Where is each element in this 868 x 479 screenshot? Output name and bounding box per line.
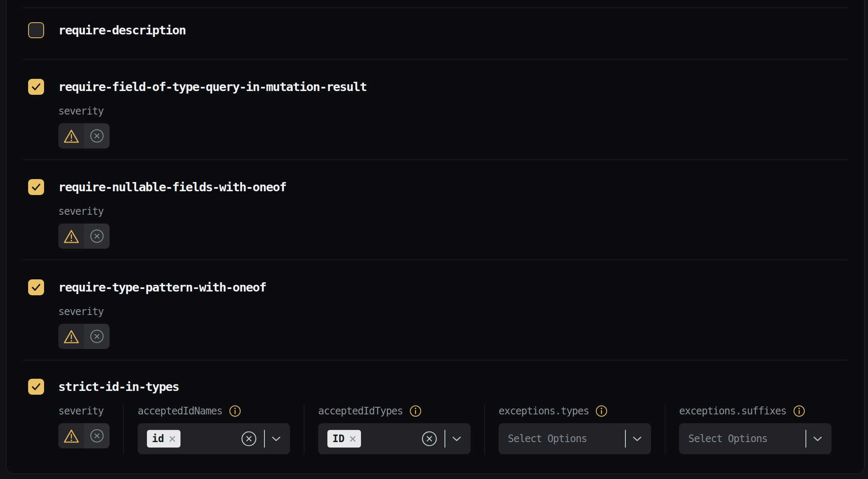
acceptedIdNames-multiselect[interactable]: id — [138, 423, 290, 454]
rule-checkbox-unchecked[interactable] — [28, 22, 44, 38]
rule-title: require-type-pattern-with-oneof — [58, 280, 266, 294]
exceptions-suffixes-label: exceptions.suffixes — [679, 405, 787, 417]
select-placeholder: Select Options — [508, 433, 618, 445]
rule-checkbox-checked[interactable] — [28, 179, 44, 195]
warning-triangle-icon — [63, 229, 80, 244]
rule-row-require-field-of-type-query-in-mutation-result: require-field-of-type-query-in-mutation-… — [23, 59, 847, 159]
acceptedIdTypes-label: acceptedIdTypes — [318, 405, 403, 417]
select-separator — [625, 430, 626, 448]
severity-option: severity — [58, 205, 847, 249]
severity-warn-button[interactable] — [58, 324, 84, 349]
checkmark-icon — [31, 383, 41, 391]
chevron-down-icon[interactable] — [452, 436, 461, 442]
chevron-down-icon[interactable] — [633, 436, 642, 442]
warning-triangle-icon — [63, 128, 80, 144]
tag-label: id — [152, 433, 164, 445]
circle-x-icon — [89, 329, 105, 344]
selected-tag: id — [147, 430, 180, 448]
rule-row-require-nullable-fields-with-oneof: require-nullable-fields-with-oneof sever… — [23, 159, 847, 260]
severity-toggle-group — [58, 123, 110, 148]
select-separator — [264, 430, 265, 448]
clear-selection-icon[interactable] — [421, 430, 438, 447]
rules-config-panel: require-description require-field-of-typ… — [6, 0, 865, 474]
rule-title: strict-id-in-types — [58, 380, 179, 394]
severity-option: severity — [58, 405, 110, 454]
severity-off-button[interactable] — [84, 123, 110, 148]
info-circle-icon[interactable] — [793, 405, 805, 417]
warning-triangle-icon — [63, 329, 80, 344]
rule-title: require-nullable-fields-with-oneof — [58, 180, 286, 194]
exceptions-suffixes-option: exceptions.suffixes Select Options — [679, 405, 831, 454]
rule-checkbox-checked[interactable] — [28, 79, 44, 95]
severity-off-button[interactable] — [84, 324, 110, 349]
checkmark-icon — [31, 183, 41, 191]
acceptedIdTypes-option: acceptedIdTypes ID — [318, 405, 471, 454]
column-divider — [665, 405, 665, 454]
rule-row-strict-id-in-types: strict-id-in-types severity — [23, 360, 847, 471]
severity-warn-button[interactable] — [58, 423, 84, 448]
severity-toggle-group — [58, 324, 110, 349]
severity-option: severity — [58, 305, 847, 349]
info-circle-icon[interactable] — [229, 405, 241, 417]
remove-tag-x-icon[interactable] — [350, 436, 356, 442]
exceptions-types-multiselect[interactable]: Select Options — [499, 423, 651, 454]
severity-toggle-group — [58, 224, 110, 249]
rule-row-require-description: require-description — [23, 8, 847, 59]
select-separator — [805, 430, 806, 448]
warning-triangle-icon — [63, 428, 80, 444]
chevron-down-icon[interactable] — [272, 436, 281, 442]
select-placeholder: Select Options — [688, 433, 799, 445]
severity-warn-button[interactable] — [58, 224, 84, 249]
checkmark-icon — [31, 283, 41, 292]
remove-tag-x-icon[interactable] — [169, 436, 175, 442]
selected-tag: ID — [327, 430, 361, 448]
column-divider — [484, 405, 485, 454]
exceptions-types-option: exceptions.types Select Options — [499, 405, 651, 454]
rule-title: require-field-of-type-query-in-mutation-… — [58, 80, 366, 94]
clear-selection-icon[interactable] — [241, 430, 257, 447]
circle-x-icon — [89, 229, 105, 244]
severity-off-button[interactable] — [84, 423, 110, 448]
severity-label: severity — [58, 306, 104, 318]
exceptions-types-label: exceptions.types — [499, 405, 589, 417]
chevron-down-icon[interactable] — [813, 436, 822, 442]
exceptions-suffixes-multiselect[interactable]: Select Options — [679, 423, 831, 454]
rule-row-require-type-pattern-with-oneof: require-type-pattern-with-oneof severity — [23, 260, 847, 360]
column-divider — [123, 405, 124, 454]
rule-checkbox-checked[interactable] — [28, 379, 44, 395]
severity-label: severity — [58, 105, 104, 117]
severity-warn-button[interactable] — [58, 123, 84, 148]
severity-off-button[interactable] — [84, 224, 110, 249]
severity-option: severity — [58, 105, 847, 148]
info-circle-icon[interactable] — [595, 405, 608, 417]
circle-x-icon — [89, 128, 105, 143]
select-separator — [444, 430, 445, 448]
rule-title: require-description — [58, 23, 186, 37]
info-circle-icon[interactable] — [409, 405, 422, 417]
severity-toggle-group — [58, 423, 110, 448]
acceptedIdNames-option: acceptedIdNames id — [138, 405, 290, 454]
checkmark-icon — [31, 83, 41, 91]
circle-x-icon — [89, 428, 105, 443]
column-divider — [304, 405, 304, 454]
tag-label: ID — [332, 433, 345, 445]
acceptedIdTypes-multiselect[interactable]: ID — [318, 423, 471, 454]
acceptedIdNames-label: acceptedIdNames — [138, 405, 222, 417]
severity-label: severity — [58, 206, 104, 217]
severity-label: severity — [58, 405, 104, 417]
rule-checkbox-checked[interactable] — [28, 279, 44, 295]
